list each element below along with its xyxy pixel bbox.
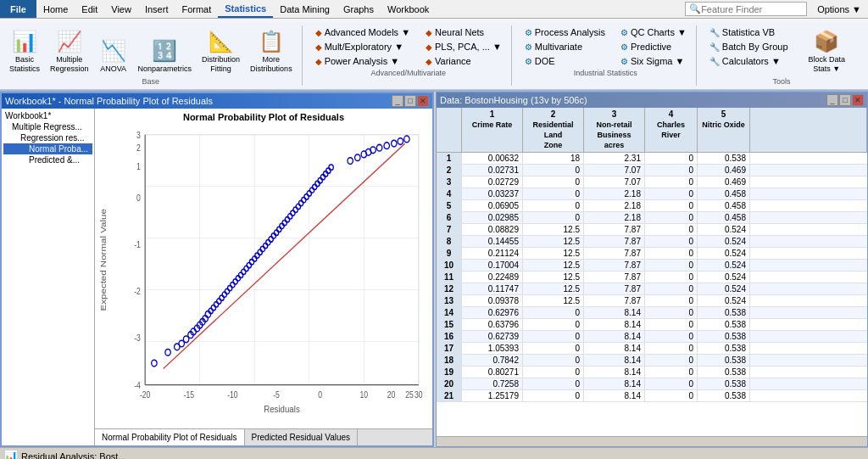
table-row[interactable]: 120.1174712.57.8700.524: [437, 283, 867, 295]
multivariate-button[interactable]: ⚙Multivariate: [520, 40, 609, 53]
multiple-regression-button[interactable]: 📈 Multiple Regression: [46, 25, 93, 76]
data-cell: 8.14: [584, 319, 645, 330]
table-row[interactable]: 211.2517908.1400.538: [437, 390, 867, 402]
file-menu[interactable]: File: [0, 0, 36, 18]
batch-by-group-button[interactable]: 🔧Batch By Group: [705, 40, 793, 53]
svg-text:10: 10: [360, 389, 369, 400]
variance-button[interactable]: ◆Variance: [421, 54, 506, 68]
table-row[interactable]: 60.0298502.1800.458: [437, 212, 867, 224]
table-row[interactable]: 90.2112412.57.8700.524: [437, 248, 867, 260]
row-number: 11: [437, 271, 462, 283]
plot-body: Workbook1* Multiple Regress... Regressio…: [2, 109, 432, 445]
multiple-regression-label: Multiple Regression: [50, 55, 89, 74]
data-cell: 0.538: [698, 153, 750, 164]
maximize-button[interactable]: □: [404, 95, 416, 107]
row-number: 18: [437, 355, 462, 366]
data-cell: 12.5: [523, 295, 584, 306]
tree-multiple-regression[interactable]: Multiple Regress...: [3, 121, 92, 132]
table-row[interactable]: 40.0323702.1800.458: [437, 188, 867, 200]
data-cell: 0.538: [698, 367, 750, 378]
power-analysis-label: Power Analysis ▼: [325, 56, 400, 66]
data-cell: 0: [523, 390, 584, 401]
data-cell: 0: [523, 200, 584, 211]
data-cell: 2.18: [584, 188, 645, 199]
mult-exploratory-button[interactable]: ◆Mult/Exploratory ▼: [311, 40, 415, 53]
menu-edit[interactable]: Edit: [75, 0, 104, 18]
neural-nets-button[interactable]: ◆Neural Nets: [421, 25, 506, 39]
options-button[interactable]: Options ▼: [810, 0, 868, 18]
process-analysis-label: Process Analysis: [535, 27, 605, 37]
anova-icon: 📉: [100, 37, 127, 64]
table-row[interactable]: 20.0273107.0700.469: [437, 165, 867, 176]
menu-graphs[interactable]: Graphs: [337, 0, 381, 18]
table-row[interactable]: 10.00632182.3100.538: [437, 153, 867, 165]
menu-home[interactable]: Home: [36, 0, 75, 18]
svg-text:-2: -2: [134, 286, 141, 296]
menu-statistics[interactable]: Statistics: [218, 0, 273, 18]
row-number: 4: [437, 188, 462, 199]
tree-predicted-residual[interactable]: Predicted &...: [3, 154, 92, 165]
mult-exploratory-label: Mult/Exploratory ▼: [325, 42, 403, 52]
table-row[interactable]: 50.0690502.1800.458: [437, 200, 867, 212]
distribution-button[interactable]: 📐 Distribution Fitting: [198, 25, 244, 76]
data-cell: 18: [523, 153, 584, 164]
qc-charts-button[interactable]: ⚙QC Charts ▼: [616, 25, 691, 39]
feature-finder-input[interactable]: [701, 4, 803, 14]
table-row[interactable]: 100.1700412.57.8700.524: [437, 260, 867, 271]
basic-stats-button[interactable]: 📊 Basic Statistics: [5, 25, 44, 76]
menu-format[interactable]: Format: [175, 0, 218, 18]
tree-regression-results[interactable]: Regression res...: [3, 132, 92, 143]
tab-predicted-residual[interactable]: Predicted Residual Values: [245, 429, 359, 445]
minimize-button[interactable]: _: [392, 95, 403, 107]
table-row[interactable]: 30.0272907.0700.469: [437, 176, 867, 188]
table-row[interactable]: 110.2248912.57.8700.524: [437, 271, 867, 283]
block-data-stats-label: Block Data Stats ▼: [800, 55, 854, 74]
menu-datamining[interactable]: Data Mining: [273, 0, 337, 18]
table-row[interactable]: 70.0882912.57.8700.524: [437, 224, 867, 236]
six-sigma-button[interactable]: ⚙Six Sigma ▼: [616, 54, 691, 68]
table-row[interactable]: 171.0539308.1400.538: [437, 343, 867, 355]
anova-button[interactable]: 📉 ANOVA: [95, 35, 132, 76]
tab-normal-probability[interactable]: Normal Probability Plot of Residuals: [95, 429, 245, 445]
doe-button[interactable]: ⚙DOE: [520, 54, 609, 68]
row-number: 17: [437, 343, 462, 354]
table-row[interactable]: 160.6273908.1400.538: [437, 331, 867, 343]
table-row[interactable]: 190.8027108.1400.538: [437, 367, 867, 378]
menu-workbook[interactable]: Workbook: [381, 0, 436, 18]
table-row[interactable]: 180.784208.1400.538: [437, 355, 867, 367]
data-maximize-button[interactable]: □: [839, 94, 851, 106]
tree-workbook[interactable]: Workbook1*: [3, 110, 92, 121]
block-data-stats-button[interactable]: 📦 Block Data Stats ▼: [796, 25, 859, 76]
statistica-vb-button[interactable]: 🔧Statistica VB: [705, 25, 793, 39]
data-cell: 0: [523, 378, 584, 389]
menu-insert[interactable]: Insert: [138, 0, 175, 18]
pls-pca-button[interactable]: ◆PLS, PCA, ... ▼: [421, 40, 506, 53]
basic-stats-label: Basic Statistics: [9, 55, 40, 74]
table-row[interactable]: 140.6297608.1400.538: [437, 307, 867, 319]
calculators-button[interactable]: 🔧Calculators ▼: [705, 54, 793, 68]
data-table-body[interactable]: 10.00632182.3100.53820.0273107.0700.4693…: [437, 153, 867, 436]
data-cell: 8.14: [584, 355, 645, 366]
data-horizontal-scrollbar[interactable]: [437, 436, 867, 446]
table-row[interactable]: 200.725808.1400.538: [437, 378, 867, 390]
svg-text:-5: -5: [273, 389, 280, 400]
more-distributions-button[interactable]: 📋 More Distributions: [246, 25, 297, 76]
row-number: 21: [437, 390, 462, 401]
data-close-button[interactable]: ✕: [852, 94, 864, 106]
power-analysis-button[interactable]: ◆Power Analysis ▼: [311, 54, 415, 68]
data-cell: 7.07: [584, 165, 645, 176]
data-cell: 12.5: [523, 283, 584, 294]
table-row[interactable]: 130.0937812.57.8700.524: [437, 295, 867, 307]
table-row[interactable]: 150.6379608.1400.538: [437, 319, 867, 331]
menu-view[interactable]: View: [104, 0, 138, 18]
close-button[interactable]: ✕: [417, 95, 429, 107]
advanced-models-button[interactable]: ◆Advanced Models ▼: [311, 25, 415, 39]
predictive-button[interactable]: ⚙Predictive: [616, 40, 691, 53]
process-analysis-button[interactable]: ⚙Process Analysis: [520, 25, 609, 39]
table-row[interactable]: 80.1445512.57.8700.524: [437, 236, 867, 248]
row-number: 19: [437, 367, 462, 378]
data-minimize-button[interactable]: _: [826, 94, 838, 106]
nonparametrics-button[interactable]: 🔢 Nonparametrics: [134, 35, 197, 76]
tree-normal-probability[interactable]: Normal Proba...: [3, 143, 92, 154]
data-cell: 7.87: [584, 248, 645, 259]
